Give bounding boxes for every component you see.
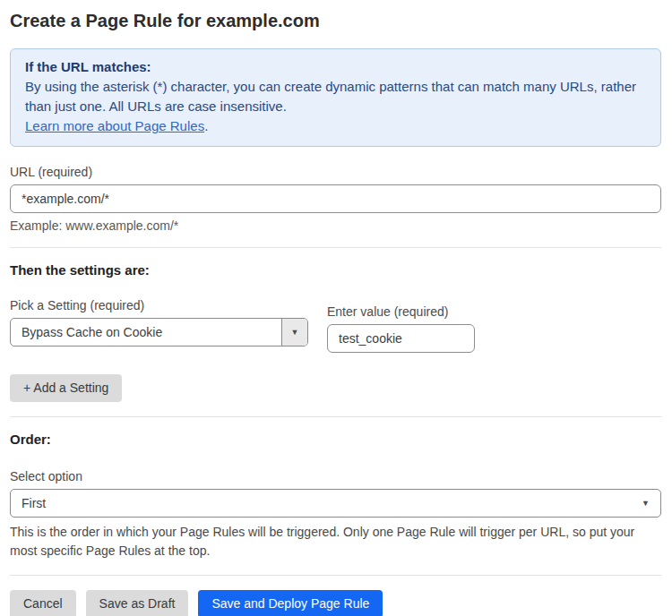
chevron-down-glyph: ▼ — [291, 329, 299, 337]
footer-buttons: Cancel Save as Draft Save and Deploy Pag… — [10, 590, 661, 616]
link-suffix-text: . — [204, 118, 208, 133]
order-heading: Order: — [10, 432, 661, 448]
chevron-down-icon[interactable]: ▼ — [281, 319, 307, 346]
settings-heading: Then the settings are: — [10, 262, 661, 278]
divider — [10, 575, 661, 576]
pick-setting-selected-value: Bypass Cache on Cookie — [11, 325, 281, 339]
order-selected-value: First — [11, 496, 642, 510]
info-box-body: By using the asterisk (*) character, you… — [25, 77, 646, 116]
order-help-text: This is the order in which your Page Rul… — [10, 523, 661, 560]
create-page-rule-form: Create a Page Rule for example.com If th… — [0, 0, 672, 616]
pick-setting-label: Pick a Setting (required) — [10, 298, 308, 312]
chevron-down-icon: ▼ — [642, 500, 660, 508]
learn-more-link[interactable]: Learn more about Page Rules — [25, 118, 204, 133]
save-draft-button[interactable]: Save as Draft — [86, 590, 189, 616]
order-select[interactable]: First ▼ — [10, 489, 661, 518]
select-option-label: Select option — [10, 469, 661, 483]
info-box-heading: If the URL matches: — [25, 57, 646, 77]
info-box-link-line: Learn more about Page Rules. — [25, 116, 646, 136]
url-field: URL (required) Example: www.example.com/… — [10, 165, 661, 233]
page-title: Create a Page Rule for example.com — [10, 11, 661, 30]
url-example-helper: Example: www.example.com/* — [10, 218, 661, 233]
pick-setting-column: Pick a Setting (required) Bypass Cache o… — [10, 298, 308, 353]
save-deploy-button[interactable]: Save and Deploy Page Rule — [198, 590, 383, 616]
url-match-info-box: If the URL matches: By using the asteris… — [10, 48, 661, 147]
enter-value-column: Enter value (required) — [327, 304, 475, 353]
setting-value-input[interactable] — [327, 324, 475, 353]
add-setting-button[interactable]: + Add a Setting — [10, 374, 122, 402]
pick-setting-select[interactable]: Bypass Cache on Cookie ▼ — [10, 318, 308, 346]
settings-row: Pick a Setting (required) Bypass Cache o… — [10, 298, 661, 353]
url-label: URL (required) — [10, 165, 661, 179]
divider — [10, 416, 661, 417]
divider — [10, 247, 661, 248]
enter-value-label: Enter value (required) — [327, 304, 475, 319]
cancel-button[interactable]: Cancel — [10, 590, 76, 616]
url-input[interactable] — [10, 184, 661, 213]
